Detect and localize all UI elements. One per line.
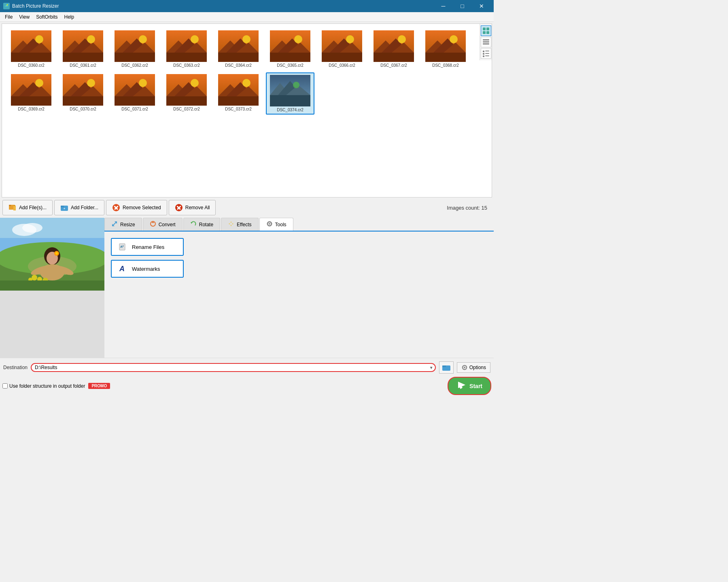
resize-tab-label: Resize (120, 222, 135, 227)
remove-all-icon (175, 204, 183, 212)
svg-rect-61 (11, 96, 51, 106)
image-thumb-8[interactable]: DSC_0368.cr2 (421, 29, 470, 69)
titlebar: Batch Picture Resizer ─ □ ✕ (0, 0, 494, 12)
destination-input-wrap: ▼ (31, 363, 436, 372)
image-thumb-5[interactable]: DSC_0365.cr2 (266, 29, 314, 69)
image-thumb-14[interactable]: DSC_0374.cr2 (266, 72, 314, 115)
svg-rect-95 (483, 31, 486, 34)
svg-marker-143 (191, 222, 193, 224)
thumb-label-13: DSC_0373.cr2 (225, 107, 252, 111)
options-button[interactable]: Options (457, 362, 490, 373)
options-label: Options (469, 365, 486, 370)
list-view-button[interactable] (481, 37, 491, 47)
start-label: Start (469, 383, 482, 389)
remove-selected-icon (112, 204, 120, 212)
main-content: DSC_0360.cr2 DSC_0361.cr2 (0, 22, 494, 397)
svg-rect-137 (0, 280, 104, 291)
preview-panel (0, 218, 104, 358)
image-thumb-7[interactable]: DSC_0367.cr2 (369, 29, 418, 69)
svg-rect-105 (485, 55, 489, 56)
svg-rect-107 (9, 205, 11, 206)
thumbnail-view-button[interactable] (481, 25, 491, 36)
thumb-image-1 (63, 30, 103, 62)
image-area: DSC_0360.cr2 DSC_0361.cr2 (2, 23, 492, 198)
thumb-label-5: DSC_0365.cr2 (277, 63, 304, 68)
svg-rect-25 (166, 53, 207, 62)
thumb-label-0: DSC_0360.cr2 (18, 63, 45, 68)
image-thumb-11[interactable]: DSC_0371.cr2 (110, 72, 159, 115)
details-view-button[interactable] (481, 48, 491, 59)
image-thumb-9[interactable]: DSC_0369.cr2 (7, 72, 55, 115)
menu-softorbits[interactable]: SoftOrbits (33, 12, 61, 21)
svg-rect-94 (486, 28, 489, 30)
thumb-label-4: DSC_0364.cr2 (225, 63, 252, 68)
tab-resize[interactable]: Resize (104, 218, 142, 231)
thumb-image-7 (374, 30, 414, 62)
preview-image (0, 218, 104, 291)
folder-structure-checkbox[interactable] (2, 383, 8, 389)
svg-point-14 (87, 35, 95, 43)
thumb-image-10 (63, 74, 103, 106)
destination-bar: Destination ▼ Options (0, 358, 494, 375)
svg-rect-73 (115, 96, 155, 106)
menu-file[interactable]: File (2, 12, 16, 21)
svg-rect-37 (270, 53, 310, 62)
image-thumb-10[interactable]: DSC_0370.cr2 (59, 72, 107, 115)
destination-input[interactable] (35, 365, 423, 370)
svg-point-145 (269, 223, 270, 225)
destination-folder-button[interactable] (439, 361, 454, 374)
add-files-label: Add File(s)... (19, 205, 47, 210)
svg-rect-97 (483, 39, 489, 40)
tab-effects[interactable]: Effects (221, 218, 258, 231)
add-folder-button[interactable]: + Add Folder... (54, 200, 104, 215)
menu-help[interactable]: Help (61, 12, 78, 21)
rename-files-button[interactable]: A 3 Rename Files (111, 238, 184, 256)
effects-tab-label: Effects (237, 222, 251, 227)
svg-point-26 (191, 35, 199, 43)
destination-dropdown-button[interactable]: ▼ (429, 365, 433, 370)
close-button[interactable]: ✕ (472, 0, 490, 12)
thumb-image-0 (11, 30, 51, 62)
thumb-image-4 (218, 30, 259, 62)
image-thumb-3[interactable]: DSC_0363.cr2 (162, 29, 211, 69)
start-button[interactable]: Start (448, 377, 491, 395)
tab-tools[interactable]: Tools (259, 218, 293, 231)
svg-rect-101 (485, 51, 489, 51)
remove-all-button[interactable]: Remove All (169, 200, 216, 215)
minimize-button[interactable]: ─ (434, 0, 452, 12)
app-icon (3, 3, 10, 9)
image-thumb-0[interactable]: DSC_0360.cr2 (7, 29, 55, 69)
maximize-button[interactable]: □ (453, 0, 471, 12)
image-thumb-2[interactable]: DSC_0362.cr2 (110, 29, 159, 69)
thumb-image-5 (270, 30, 310, 62)
svg-point-56 (450, 35, 458, 43)
svg-point-122 (22, 223, 42, 233)
image-thumb-13[interactable]: DSC_0373.cr2 (214, 72, 263, 115)
convert-tab-label: Convert (159, 222, 176, 227)
svg-point-20 (139, 35, 147, 43)
image-thumb-6[interactable]: DSC_0366.cr2 (318, 29, 366, 69)
tabs-panel: Resize Convert (104, 218, 494, 358)
svg-rect-103 (485, 53, 489, 54)
tools-tab-content: A 3 Rename Files A Watermarks (104, 232, 494, 288)
tab-convert[interactable]: Convert (143, 218, 183, 231)
thumb-image-8 (425, 30, 466, 62)
toolbar: Add File(s)... + Add Folder... Remove S (0, 198, 494, 218)
thumb-image-14 (270, 75, 310, 106)
menu-view[interactable]: View (16, 12, 33, 21)
image-thumb-1[interactable]: DSC_0361.cr2 (59, 29, 107, 69)
svg-rect-151 (442, 365, 446, 367)
add-files-button[interactable]: Add File(s)... (2, 200, 53, 215)
svg-rect-91 (270, 95, 310, 106)
remove-selected-button[interactable]: Remove Selected (106, 200, 167, 215)
tab-rotate[interactable]: Rotate (183, 218, 220, 231)
thumb-label-10: DSC_0370.cr2 (70, 107, 96, 111)
effects-tab-icon (228, 221, 234, 228)
svg-point-80 (191, 79, 199, 87)
watermarks-button[interactable]: A Watermarks (111, 260, 184, 278)
image-thumb-12[interactable]: DSC_0372.cr2 (162, 72, 211, 115)
svg-rect-79 (166, 96, 207, 106)
image-thumb-4[interactable]: DSC_0364.cr2 (214, 29, 263, 69)
thumb-image-9 (11, 74, 51, 106)
rename-files-label: Rename Files (132, 244, 164, 250)
